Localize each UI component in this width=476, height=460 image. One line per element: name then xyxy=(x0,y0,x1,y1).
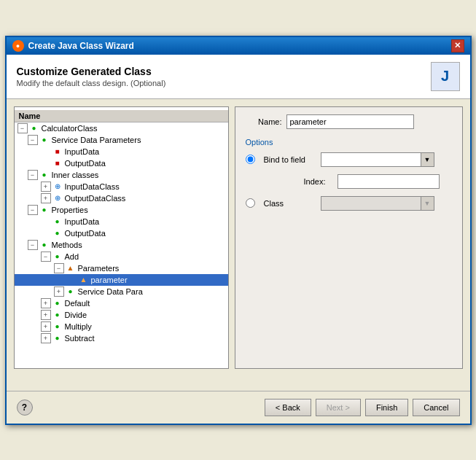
tree-node[interactable]: − ▲ Parameters xyxy=(15,262,228,274)
expand-icon[interactable]: + xyxy=(41,298,51,308)
node-icon-green: ● xyxy=(52,333,63,343)
header-section: Customize Generated Class Modify the def… xyxy=(7,55,470,99)
page-subtitle: Modify the default class design. (Option… xyxy=(17,79,166,87)
node-label: Parameters xyxy=(78,264,120,273)
options-label: Options xyxy=(246,138,452,147)
class-dropdown[interactable] xyxy=(321,196,421,211)
node-icon-green: ● xyxy=(29,123,39,133)
node-label: InputDataClass xyxy=(65,182,120,191)
name-label: Name: xyxy=(246,117,282,126)
expand-icon[interactable]: + xyxy=(41,333,51,343)
main-content: Name − ● CalculatorClass − ● Service Dat… xyxy=(7,99,470,376)
spacer xyxy=(7,376,470,391)
tree-node[interactable]: − ● Service Data Parameters xyxy=(15,134,228,146)
bind-to-field-label: Bind to field xyxy=(264,155,315,164)
back-button[interactable]: < Back xyxy=(265,399,311,416)
node-icon-green: ● xyxy=(39,135,50,145)
node-label: Properties xyxy=(52,206,88,214)
expand-icon[interactable]: + xyxy=(41,321,51,332)
class-row: Class ▼ xyxy=(246,196,452,211)
expand-icon[interactable]: − xyxy=(17,123,28,133)
footer-left: ? xyxy=(17,399,33,416)
class-label: Class xyxy=(264,199,315,208)
name-input[interactable] xyxy=(286,114,414,129)
bind-dropdown-wrapper: ▼ xyxy=(321,152,434,167)
node-icon-green: ● xyxy=(66,286,76,297)
node-icon-green: ● xyxy=(52,252,63,262)
dialog: ● Create Java Class Wizard ✕ Customize G… xyxy=(5,36,472,425)
tree-node[interactable]: + ● Subtract xyxy=(15,332,228,344)
node-label: Add xyxy=(65,252,79,261)
close-button[interactable]: ✕ xyxy=(451,39,464,52)
node-icon-triangle: ▲ xyxy=(66,263,76,273)
tree-node[interactable]: + ● Default xyxy=(15,297,228,309)
node-label: OutputData xyxy=(65,159,106,168)
node-icon-green: ● xyxy=(39,170,50,180)
tree-node[interactable]: − ● Add xyxy=(15,251,228,262)
tree-node[interactable]: + ● Service Data Para xyxy=(15,286,228,297)
index-input[interactable] xyxy=(338,174,440,189)
expand-icon[interactable]: + xyxy=(41,182,51,192)
class-radio[interactable] xyxy=(246,198,255,208)
cancel-button[interactable]: Cancel xyxy=(413,399,459,416)
class-dropdown-arrow[interactable]: ▼ xyxy=(421,196,434,211)
tree-node[interactable]: ● OutputData xyxy=(15,227,228,239)
dialog-title: Create Java Class Wizard xyxy=(28,41,134,51)
index-label: Index: xyxy=(304,177,333,186)
title-bar-left: ● Create Java Class Wizard xyxy=(12,40,134,52)
expand-icon[interactable]: − xyxy=(28,240,38,250)
tree-node[interactable]: − ● Properties xyxy=(15,204,228,216)
expand-icon[interactable]: − xyxy=(28,170,38,180)
node-icon-green: ● xyxy=(52,321,63,332)
footer-right: < Back Next > Finish Cancel xyxy=(265,399,460,416)
node-icon-green: ● xyxy=(39,240,50,250)
tree-node-selected[interactable]: ▲ parameter xyxy=(15,274,228,286)
tree-node[interactable]: + ● Multiply xyxy=(15,321,228,332)
tree-node[interactable]: ● InputData xyxy=(15,216,228,227)
finish-button[interactable]: Finish xyxy=(365,399,408,416)
tree-node[interactable]: − ● Methods xyxy=(15,239,228,251)
expand-icon[interactable]: − xyxy=(28,135,38,145)
tree-node[interactable]: ■ OutputData xyxy=(15,157,228,169)
next-button[interactable]: Next > xyxy=(316,399,361,416)
node-label: Service Data Para xyxy=(78,287,143,296)
name-row: Name: xyxy=(246,114,452,129)
header-text: Customize Generated Class Modify the def… xyxy=(17,66,166,87)
node-label: Subtract xyxy=(65,334,95,343)
tree-node[interactable]: − ● CalculatorClass xyxy=(15,122,228,134)
node-icon-red: ■ xyxy=(52,158,63,168)
index-row: Index: xyxy=(304,174,452,189)
expand-icon[interactable]: + xyxy=(41,310,51,320)
node-label: Multiply xyxy=(65,322,92,331)
tree-node[interactable]: ■ InputData xyxy=(15,146,228,157)
expand-icon[interactable]: − xyxy=(28,205,38,215)
expand-icon[interactable]: + xyxy=(41,193,51,203)
bind-dropdown-arrow[interactable]: ▼ xyxy=(421,152,434,167)
node-label-selected: parameter xyxy=(91,276,128,284)
node-label: Methods xyxy=(52,241,82,249)
node-icon-green: ⊕ xyxy=(52,193,63,203)
node-label: Service Data Parameters xyxy=(52,136,141,144)
bind-dropdown[interactable] xyxy=(321,152,421,167)
node-icon-triangle-selected: ▲ xyxy=(79,275,89,285)
node-label: CalculatorClass xyxy=(42,124,98,133)
help-button[interactable]: ? xyxy=(17,399,33,416)
node-label: Inner classes xyxy=(52,171,99,179)
tree-node[interactable]: − ● Inner classes xyxy=(15,169,228,181)
expand-icon[interactable]: − xyxy=(54,263,64,273)
bind-to-field-radio[interactable] xyxy=(246,155,255,164)
node-icon-red: ■ xyxy=(52,147,63,157)
node-label: Default xyxy=(65,299,90,308)
right-panel: Name: Options Bind to field ▼ Index: xyxy=(235,106,463,369)
node-label: InputData xyxy=(65,147,100,156)
tree-header: Name xyxy=(15,110,228,122)
node-icon-green: ● xyxy=(52,298,63,308)
expand-icon[interactable]: + xyxy=(54,286,64,297)
node-label: InputData xyxy=(65,217,100,226)
tree-node[interactable]: + ⊕ OutputDataClass xyxy=(15,192,228,204)
node-icon-green: ⊕ xyxy=(52,182,63,192)
expand-icon[interactable]: − xyxy=(41,252,51,262)
tree-node[interactable]: + ⊕ InputDataClass xyxy=(15,181,228,192)
wizard-icon: J xyxy=(431,62,460,91)
tree-node[interactable]: + ● Divide xyxy=(15,309,228,321)
